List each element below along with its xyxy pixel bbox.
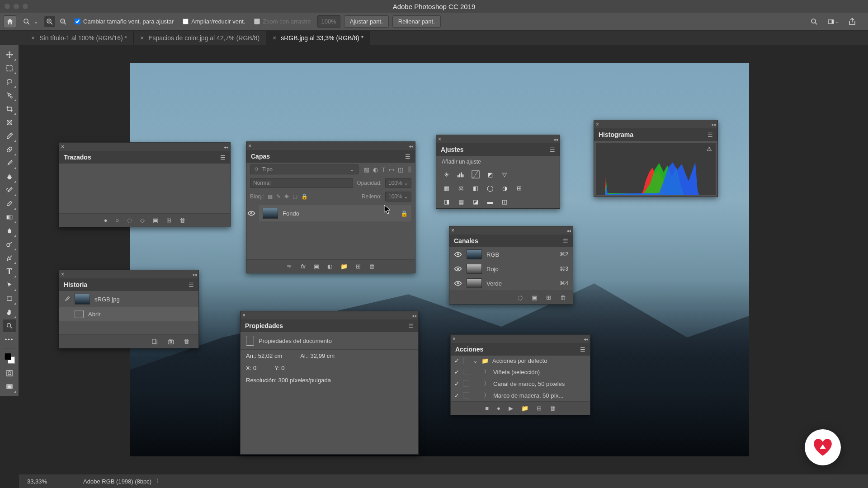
eraser-tool[interactable]: [3, 197, 16, 210]
collapse-icon[interactable]: ◂◂: [553, 137, 558, 142]
close-icon[interactable]: ×: [61, 271, 64, 277]
add-mask-icon[interactable]: ▣: [153, 217, 158, 224]
hue-sat-icon[interactable]: ▦: [442, 183, 452, 193]
fill-path-icon[interactable]: ●: [104, 217, 108, 224]
panel-menu-icon[interactable]: ☰: [563, 238, 568, 244]
gradient-map-icon[interactable]: ▬: [485, 197, 495, 206]
close-icon[interactable]: ×: [596, 121, 599, 127]
edit-toolbar[interactable]: •••: [3, 333, 16, 346]
floating-badge[interactable]: [805, 429, 841, 465]
close-tab-icon[interactable]: ×: [273, 34, 276, 42]
channel-row[interactable]: RGB⌘2: [449, 247, 573, 262]
lock-all-icon[interactable]: 🔒: [301, 193, 308, 200]
marquee-tool[interactable]: [3, 62, 16, 75]
chevron-down-icon[interactable]: ⌄: [473, 357, 478, 364]
history-brush-tool[interactable]: [3, 184, 16, 197]
gradient-tool[interactable]: [3, 211, 16, 224]
posterize-icon[interactable]: ▤: [456, 197, 466, 206]
lasso-tool[interactable]: [3, 75, 16, 88]
quick-select-tool[interactable]: [3, 89, 16, 102]
minimize-window-icon[interactable]: [14, 4, 19, 9]
invert-icon[interactable]: ◨: [442, 197, 452, 206]
selective-color-icon[interactable]: ◫: [500, 197, 509, 206]
close-icon[interactable]: ×: [242, 312, 245, 319]
close-icon[interactable]: ×: [451, 227, 454, 234]
adjustment-layer-icon[interactable]: ◐: [327, 263, 332, 270]
panel-menu-icon[interactable]: ☰: [220, 154, 226, 161]
collapse-icon[interactable]: ◂◂: [584, 337, 588, 342]
filter-adjust-icon[interactable]: ◐: [373, 166, 378, 173]
visibility-icon[interactable]: [454, 280, 462, 286]
delete-layer-icon[interactable]: 🗑: [369, 263, 375, 270]
chevron-right-icon[interactable]: 〉: [484, 391, 490, 399]
play-icon[interactable]: ▶: [509, 405, 513, 412]
stroke-path-icon[interactable]: ○: [116, 217, 119, 224]
new-path-icon[interactable]: ⊞: [166, 217, 171, 224]
delete-channel-icon[interactable]: 🗑: [560, 294, 566, 301]
visibility-icon[interactable]: [454, 251, 462, 258]
rectangle-tool[interactable]: [3, 292, 16, 305]
group-icon[interactable]: 📁: [340, 263, 348, 270]
levels-icon[interactable]: [456, 169, 466, 179]
collapse-icon[interactable]: ◂◂: [711, 122, 716, 127]
new-channel-icon[interactable]: ⊞: [546, 294, 551, 301]
color-swatches[interactable]: [4, 353, 15, 364]
hand-tool[interactable]: [3, 306, 16, 319]
filter-pixel-icon[interactable]: ▧: [364, 166, 369, 173]
photo-filter-icon[interactable]: ◯: [485, 183, 495, 193]
filter-shape-icon[interactable]: ▭: [389, 166, 394, 173]
status-info[interactable]: Adobe RGB (1998) (8bpc): [83, 478, 151, 485]
close-icon[interactable]: ×: [61, 144, 64, 150]
blur-tool[interactable]: [3, 225, 16, 237]
toggle-check-icon[interactable]: ✓: [454, 380, 459, 387]
lock-position-icon[interactable]: ✥: [284, 193, 289, 200]
panel-menu-icon[interactable]: ☰: [189, 282, 194, 288]
layer-name[interactable]: Fondo: [283, 210, 396, 217]
blend-mode-dropdown[interactable]: Normal: [250, 178, 353, 188]
visibility-icon[interactable]: [454, 266, 462, 272]
panel-menu-icon[interactable]: ☰: [580, 346, 585, 353]
dialog-toggle-icon[interactable]: [463, 369, 469, 375]
close-icon[interactable]: ×: [453, 336, 456, 342]
color-lookup-icon[interactable]: ⊞: [514, 183, 524, 193]
save-selection-icon[interactable]: ▣: [532, 294, 537, 301]
toggle-check-icon[interactable]: ✓: [454, 392, 459, 399]
close-tab-icon[interactable]: ×: [140, 34, 144, 42]
close-icon[interactable]: ×: [438, 136, 441, 142]
workspace-icon[interactable]: ⌄: [828, 16, 839, 27]
lock-pixels-icon[interactable]: ✎: [276, 193, 281, 200]
resize-window-checkbox[interactable]: Cambiar tamaño vent. para ajustar: [75, 18, 174, 25]
layer-item[interactable]: Fondo 🔒: [259, 205, 411, 221]
action-row[interactable]: ✓〉Canal de marco, 50 píxeles: [451, 378, 590, 389]
brightness-icon[interactable]: ☀: [442, 169, 452, 179]
new-layer-icon[interactable]: ⊞: [356, 263, 361, 270]
home-button[interactable]: [4, 15, 16, 28]
fill-field[interactable]: 100% ⌄: [385, 192, 411, 202]
document-tab[interactable]: ×Espacios de color.jpg al 42,7% (RGB/8): [134, 31, 266, 45]
close-window-icon[interactable]: [5, 4, 10, 9]
snapshot-icon[interactable]: [167, 338, 175, 345]
panel-menu-icon[interactable]: ☰: [408, 323, 414, 329]
dialog-toggle-icon[interactable]: [463, 358, 469, 364]
zoom-window-checkbox[interactable]: Ampliar/reducir vent.: [183, 18, 245, 25]
filter-type-icon[interactable]: T: [382, 166, 385, 173]
vibrance-icon[interactable]: ▽: [500, 169, 509, 179]
visibility-icon[interactable]: [247, 210, 255, 216]
crop-tool[interactable]: [3, 103, 16, 115]
maximize-window-icon[interactable]: [23, 4, 28, 9]
quickmask-icon[interactable]: [3, 367, 16, 380]
canvas-area[interactable]: [19, 45, 868, 474]
screenmode-icon[interactable]: [3, 380, 16, 393]
collapse-icon[interactable]: ◂◂: [192, 272, 197, 277]
create-doc-icon[interactable]: [151, 338, 158, 345]
action-row[interactable]: ✓⌄📁Acciones por defecto: [451, 356, 590, 366]
bw-icon[interactable]: ◧: [471, 183, 481, 193]
collapse-icon[interactable]: ◂◂: [412, 313, 416, 318]
threshold-icon[interactable]: ◪: [471, 197, 481, 206]
delete-action-icon[interactable]: 🗑: [550, 405, 556, 412]
channel-row[interactable]: Verde⌘4: [449, 276, 573, 291]
status-zoom[interactable]: 33,33%: [27, 478, 47, 485]
move-tool[interactable]: [3, 48, 16, 61]
delete-state-icon[interactable]: 🗑: [184, 338, 189, 345]
filter-toggle[interactable]: [408, 166, 411, 173]
